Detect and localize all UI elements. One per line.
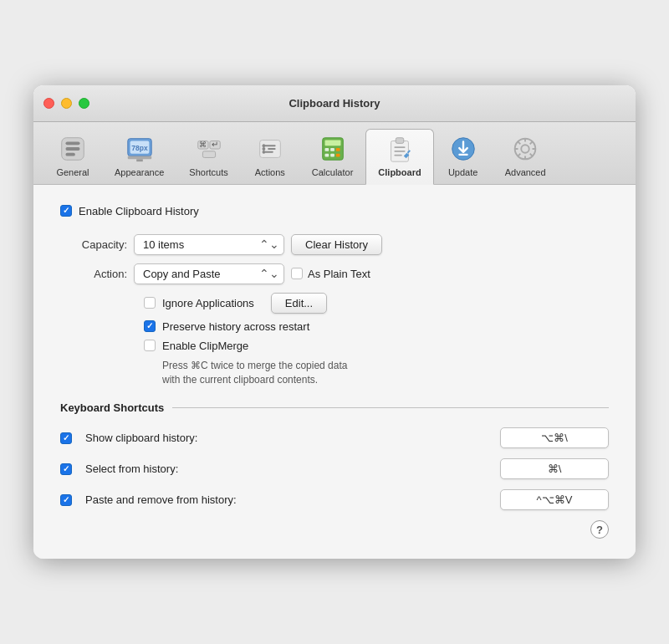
- shortcut-1-checkbox[interactable]: [60, 463, 72, 475]
- svg-rect-29: [394, 151, 405, 152]
- as-plain-text-checkbox[interactable]: [291, 268, 303, 279]
- shortcut-row-0: Show clipboard history: ⌥⌘\: [60, 427, 609, 448]
- svg-rect-1: [65, 141, 79, 145]
- capacity-select-wrapper: 10 items 20 items 50 items 100 items ⌃⌄: [134, 234, 284, 255]
- keyboard-shortcuts-divider: Keyboard Shortcuts: [60, 401, 609, 414]
- tab-calculator[interactable]: Calculator: [299, 129, 366, 184]
- tab-update[interactable]: Update: [434, 129, 493, 184]
- tab-advanced[interactable]: Advanced: [493, 129, 559, 184]
- enable-clipmerge-checkbox[interactable]: [144, 340, 156, 351]
- enable-clipmerge-label: Enable ClipMerge: [162, 340, 248, 352]
- ignore-applications-row: Ignore Applications Edit...: [144, 293, 609, 314]
- clipboard-icon: [384, 133, 416, 165]
- plain-text-row: As Plain Text: [291, 268, 370, 280]
- close-button[interactable]: [43, 98, 54, 109]
- svg-line-42: [530, 141, 533, 144]
- window-title: Clipboard History: [289, 97, 380, 110]
- help-button[interactable]: ?: [590, 520, 609, 539]
- enable-clipboard-label: Enable Clipboard History: [79, 205, 199, 217]
- keyboard-shortcuts-label: Keyboard Shortcuts: [60, 401, 164, 414]
- shortcut-0-checkbox[interactable]: [60, 432, 72, 444]
- svg-rect-23: [324, 153, 329, 156]
- tab-clipboard-label: Clipboard: [378, 167, 421, 177]
- clear-history-button[interactable]: Clear History: [291, 234, 382, 255]
- shortcuts-icon: ⌘ ↵: [193, 133, 225, 165]
- svg-rect-6: [127, 156, 151, 159]
- preserve-history-checkbox[interactable]: [144, 320, 156, 332]
- tab-actions[interactable]: Actions: [241, 129, 299, 184]
- svg-rect-2: [65, 147, 79, 151]
- ignore-applications-checkbox[interactable]: [144, 297, 156, 309]
- svg-rect-25: [335, 153, 340, 156]
- divider-line: [172, 407, 609, 408]
- main-window: Clipboard History General: [33, 85, 636, 560]
- capacity-select[interactable]: 10 items 20 items 50 items 100 items: [134, 234, 284, 255]
- action-row: Action: Copy and Paste Copy Paste ⌃⌄ As …: [60, 263, 609, 284]
- preserve-history-row: Preserve history across restart: [144, 320, 609, 333]
- appearance-icon: 78px: [124, 133, 156, 165]
- tab-advanced-label: Advanced: [505, 167, 546, 177]
- shortcut-2-label: Paste and remove from history:: [85, 493, 237, 506]
- preserve-history-label: Preserve history across restart: [162, 320, 309, 333]
- minimize-button[interactable]: [61, 98, 72, 109]
- options-section: Ignore Applications Edit... Preserve his…: [144, 293, 609, 387]
- shortcut-2-key[interactable]: ^⌥⌘V: [500, 489, 609, 510]
- shortcut-1-key[interactable]: ⌘\: [500, 458, 609, 479]
- content-area: Enable Clipboard History Capacity: 10 it…: [33, 185, 636, 560]
- action-select-wrapper: Copy and Paste Copy Paste ⌃⌄: [134, 263, 284, 284]
- update-icon: [447, 133, 479, 165]
- shortcut-0-key[interactable]: ⌥⌘\: [500, 427, 609, 448]
- svg-rect-13: [202, 151, 215, 158]
- svg-rect-3: [65, 152, 74, 156]
- title-bar: Clipboard History: [33, 85, 636, 122]
- svg-point-17: [262, 151, 265, 154]
- svg-rect-19: [324, 140, 340, 146]
- tab-clipboard[interactable]: Clipboard: [365, 129, 433, 185]
- tab-general[interactable]: General: [43, 129, 102, 184]
- traffic-lights: [43, 98, 89, 109]
- svg-text:⌘: ⌘: [199, 141, 207, 149]
- enable-clipboard-checkbox[interactable]: [60, 205, 72, 217]
- svg-point-16: [262, 147, 265, 151]
- help-row: ?: [60, 520, 609, 539]
- svg-rect-24: [330, 153, 334, 156]
- svg-rect-27: [396, 137, 403, 143]
- svg-line-43: [518, 153, 521, 156]
- svg-line-40: [518, 141, 521, 144]
- action-select[interactable]: Copy and Paste Copy Paste: [134, 263, 284, 284]
- as-plain-text-label: As Plain Text: [308, 268, 370, 280]
- maximize-button[interactable]: [79, 98, 89, 109]
- svg-rect-20: [324, 148, 329, 151]
- svg-rect-28: [394, 146, 405, 148]
- enable-clipboard-row: Enable Clipboard History: [60, 205, 609, 217]
- shortcut-2-checkbox[interactable]: [60, 494, 72, 506]
- tab-general-label: General: [56, 167, 89, 177]
- svg-point-35: [521, 145, 529, 152]
- tab-actions-label: Actions: [255, 167, 285, 177]
- calculator-icon: [317, 133, 349, 165]
- toolbar: General 78px Appearance ⌘: [33, 122, 636, 185]
- svg-point-15: [262, 144, 265, 147]
- svg-rect-30: [394, 154, 401, 156]
- shortcut-row-2: Paste and remove from history: ^⌥⌘V: [60, 489, 609, 510]
- tab-shortcuts[interactable]: ⌘ ↵ Shortcuts: [176, 129, 240, 184]
- shortcut-1-label: Select from history:: [85, 463, 178, 475]
- svg-rect-7: [136, 159, 143, 161]
- svg-text:↵: ↵: [212, 140, 218, 149]
- capacity-label: Capacity:: [60, 238, 127, 251]
- svg-rect-33: [458, 153, 467, 155]
- actions-icon: [254, 133, 286, 165]
- edit-button[interactable]: Edit...: [271, 293, 327, 314]
- tab-appearance-label: Appearance: [115, 167, 164, 177]
- capacity-row: Capacity: 10 items 20 items 50 items 100…: [60, 234, 609, 255]
- tab-update-label: Update: [448, 167, 477, 177]
- shortcut-0-label: Show clipboard history:: [85, 432, 197, 444]
- svg-rect-21: [330, 148, 334, 151]
- svg-rect-22: [335, 148, 340, 151]
- clipmerge-description: Press ⌘C twice to merge the copied dataw…: [162, 359, 480, 387]
- svg-line-41: [530, 153, 533, 156]
- ignore-applications-label: Ignore Applications: [162, 297, 254, 309]
- tab-appearance[interactable]: 78px Appearance: [102, 129, 176, 184]
- action-label: Action:: [60, 268, 127, 280]
- enable-clipmerge-row: Enable ClipMerge: [144, 340, 609, 352]
